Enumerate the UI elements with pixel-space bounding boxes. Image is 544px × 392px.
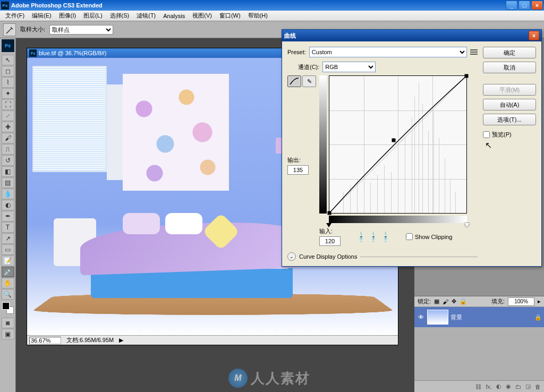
- document-info: 文档:6.95M/6.95M: [66, 336, 114, 344]
- horizontal-gradient[interactable]: [329, 216, 467, 223]
- menu-file[interactable]: 文件(F): [2, 11, 28, 21]
- lock-all-icon[interactable]: 🔒: [460, 298, 467, 305]
- lock-brush-icon[interactable]: 🖌: [443, 299, 448, 305]
- layer-name[interactable]: 背景: [450, 313, 462, 321]
- curve-point-shadow[interactable]: [328, 211, 332, 215]
- shape-tool[interactable]: ▭: [2, 244, 14, 255]
- layers-panel: 锁定: ▦ 🖌 ✥ 🔒 填充: ▸ 👁 背景 🔒 ⛓ fx.: [414, 296, 544, 392]
- crop-tool[interactable]: ⛶: [2, 99, 14, 110]
- preview-input[interactable]: [483, 131, 490, 138]
- curve-point-tool[interactable]: [287, 75, 301, 87]
- show-clipping-checkbox[interactable]: Show Clipping: [406, 233, 452, 240]
- quickmask-tool[interactable]: ◙: [2, 318, 14, 328]
- show-clipping-input[interactable]: [406, 233, 413, 240]
- layer-visibility-icon[interactable]: 👁: [416, 313, 425, 321]
- menu-help[interactable]: 帮助(H): [245, 11, 271, 21]
- lock-move-icon[interactable]: ✥: [452, 298, 456, 305]
- watermark: M 人人素材: [228, 369, 310, 388]
- gradient-tool[interactable]: ▤: [2, 177, 14, 188]
- ok-button[interactable]: 确定: [483, 47, 536, 58]
- curve-display-toggle[interactable]: ⌄: [287, 252, 296, 261]
- curve-graph[interactable]: [329, 75, 467, 214]
- menu-edit[interactable]: 编辑(E): [29, 11, 55, 21]
- eyedropper-black-icon[interactable]: 💉: [355, 231, 367, 243]
- type-tool[interactable]: T: [2, 222, 14, 233]
- auto-button[interactable]: 自动(A): [483, 99, 536, 110]
- cancel-button[interactable]: 取消: [483, 62, 536, 73]
- color-swatches[interactable]: [2, 302, 14, 314]
- delete-layer-icon[interactable]: 🗑: [535, 384, 541, 390]
- curve-point-highlight[interactable]: [465, 74, 469, 78]
- slice-tool[interactable]: ⟋: [2, 110, 14, 121]
- smooth-button[interactable]: 平滑(M): [483, 84, 536, 96]
- heal-tool[interactable]: ✚: [2, 122, 14, 132]
- layer-mask-icon[interactable]: ◐: [496, 383, 502, 390]
- curve-pencil-tool[interactable]: ✎: [302, 75, 316, 87]
- blur-tool[interactable]: 💧: [2, 189, 14, 199]
- watermark-logo-icon: M: [228, 369, 248, 388]
- curves-dialog: 曲线 × Preset: Custom 通道(C): RGB ✎: [282, 29, 542, 267]
- output-input[interactable]: [287, 165, 309, 175]
- layers-empty-area[interactable]: [414, 327, 544, 380]
- dodge-tool[interactable]: ◐: [2, 200, 14, 210]
- move-tool[interactable]: ↖: [2, 55, 14, 65]
- screenmode-tool[interactable]: ▣: [2, 329, 14, 339]
- eyedropper-tool[interactable]: 💉: [2, 267, 14, 277]
- layer-fx-icon[interactable]: fx.: [486, 384, 492, 390]
- divider: [360, 257, 478, 257]
- menu-filter[interactable]: 滤镜(T): [133, 11, 159, 21]
- layer-group-icon[interactable]: 🗀: [515, 384, 521, 390]
- stamp-tool[interactable]: ⎍: [2, 144, 14, 155]
- sample-size-select[interactable]: 取样点: [49, 25, 113, 35]
- eyedropper-gray-icon[interactable]: 💉: [367, 231, 379, 243]
- dialog-close-button[interactable]: ×: [529, 31, 539, 40]
- layer-row[interactable]: 👁 背景 🔒: [414, 307, 544, 327]
- eraser-tool[interactable]: ◧: [2, 166, 14, 177]
- menu-select[interactable]: 选择(S): [107, 11, 133, 21]
- menu-window[interactable]: 窗口(W): [216, 11, 244, 21]
- layer-thumbnail[interactable]: [427, 310, 448, 325]
- black-slider[interactable]: [326, 223, 332, 227]
- adjustment-layer-icon[interactable]: ◉: [506, 383, 511, 390]
- marquee-tool[interactable]: ◻: [2, 66, 14, 76]
- current-tool-icon[interactable]: [3, 23, 16, 36]
- new-layer-icon[interactable]: ◲: [525, 383, 531, 390]
- lasso-tool[interactable]: ⌇: [2, 77, 14, 88]
- options-button[interactable]: 选项(T)...: [483, 114, 536, 125]
- path-tool[interactable]: ↗: [2, 233, 14, 244]
- minimize-button[interactable]: _: [506, 1, 517, 10]
- channel-select[interactable]: RGB: [322, 62, 376, 72]
- curve-point-mid[interactable]: [392, 139, 396, 142]
- menu-view[interactable]: 视图(V): [189, 11, 215, 21]
- eyedropper-white-icon[interactable]: 💉: [379, 231, 392, 243]
- app-logo-icon: Ps: [1, 2, 9, 10]
- menu-layer[interactable]: 图层(L): [80, 11, 105, 21]
- fill-label: 填充:: [491, 297, 505, 305]
- input-input[interactable]: [319, 236, 341, 246]
- preview-checkbox[interactable]: 预览(P): [483, 131, 536, 139]
- menu-image[interactable]: 图像(I): [56, 11, 79, 21]
- close-button[interactable]: ×: [531, 1, 543, 10]
- wand-tool[interactable]: ✦: [2, 88, 14, 99]
- zoom-level[interactable]: 36.67%: [29, 337, 61, 344]
- white-slider[interactable]: [464, 223, 470, 227]
- history-brush-tool[interactable]: ↺: [2, 155, 14, 166]
- lock-label: 锁定:: [418, 297, 431, 305]
- hand-tool[interactable]: ✋: [2, 278, 14, 288]
- fill-input[interactable]: [508, 297, 534, 306]
- brush-tool[interactable]: 🖌: [2, 133, 14, 143]
- preset-menu-icon[interactable]: [470, 49, 478, 55]
- status-arrow-icon[interactable]: ▶: [119, 337, 123, 344]
- dialog-titlebar[interactable]: 曲线 ×: [282, 30, 541, 41]
- pen-tool[interactable]: ✒: [2, 211, 14, 221]
- notes-tool[interactable]: 📝: [2, 255, 14, 266]
- link-layers-icon[interactable]: ⛓: [475, 384, 481, 390]
- zoom-tool[interactable]: 🔍: [2, 289, 14, 300]
- vertical-gradient: [319, 75, 327, 214]
- menu-analysis[interactable]: Analysis: [160, 12, 188, 20]
- window-titlebar: Ps Adobe Photoshop CS3 Extended _ □ ×: [0, 0, 544, 11]
- preset-select[interactable]: Custom: [309, 47, 467, 57]
- maximize-button[interactable]: □: [518, 1, 530, 10]
- fill-arrow-icon[interactable]: ▸: [538, 298, 541, 305]
- lock-transparent-icon[interactable]: ▦: [434, 298, 439, 305]
